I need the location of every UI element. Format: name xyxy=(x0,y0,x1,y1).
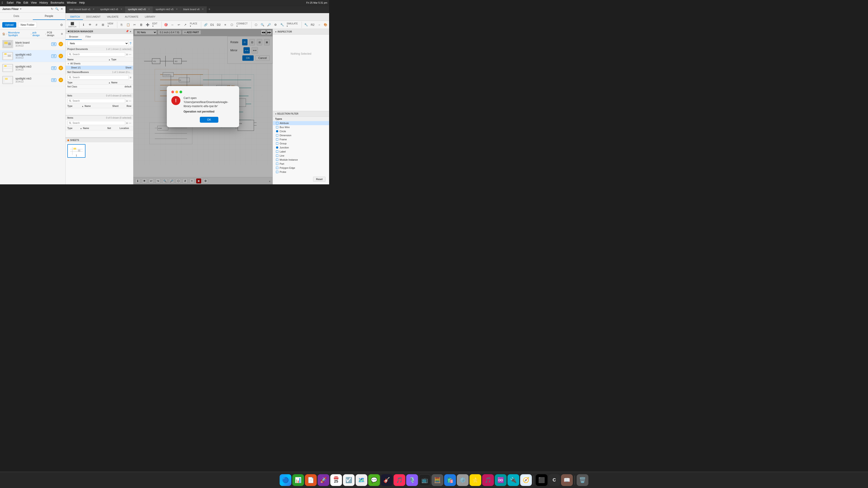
file-item-spotlight-mk3-1[interactable]: spotlight mk3 3/23/22 V5 J xyxy=(0,50,65,62)
dialog-tl-red[interactable] xyxy=(171,91,174,93)
edit-btn-delete[interactable]: 🗑 xyxy=(138,22,144,28)
dm-row-all-sheets[interactable]: ▼ All Sheets xyxy=(66,62,133,66)
col-sort-2-icon[interactable]: ▲ xyxy=(108,82,110,84)
sf-item-label[interactable]: Label xyxy=(273,150,329,154)
tab-spotlight-3[interactable]: spotlight mk3 v5 ✕ xyxy=(153,6,180,13)
menu-file[interactable]: File xyxy=(16,1,21,4)
view-btn-grid[interactable]: # xyxy=(94,22,100,28)
modify-btn-4[interactable]: 🎨 xyxy=(322,22,329,28)
sidebar-settings-icon[interactable]: ⚙ xyxy=(60,23,63,27)
sf-item-probe[interactable]: Probe xyxy=(273,170,329,174)
edit-btn-cut[interactable]: ✂ xyxy=(132,22,138,28)
tab-data[interactable]: Data xyxy=(0,13,33,20)
breadcrumb-sub[interactable]: pcb design xyxy=(32,31,44,37)
sf-item-part[interactable]: Part xyxy=(273,162,329,166)
dm-tab-filter[interactable]: Filter xyxy=(82,34,94,40)
place-btn-1[interactable]: 🎯 xyxy=(163,22,169,28)
view-btn-info[interactable]: ℹ xyxy=(81,22,87,28)
modify-btn-2[interactable]: R2 xyxy=(310,22,316,28)
toolbar-tab-validate[interactable]: VALIDATE xyxy=(104,14,122,20)
tab-blank-board[interactable]: blank board v6 ✕ xyxy=(181,6,207,13)
simulate-dropdown[interactable]: SIMULATE ▾ xyxy=(285,22,300,28)
sf-item-bus-wire[interactable]: Bus Wire xyxy=(273,125,329,129)
switch-btn[interactable]: ⬛ SWITCH xyxy=(67,22,78,28)
connect-btn-5[interactable]: ⬡ xyxy=(229,22,235,28)
breadcrumb-project[interactable]: Moondyne Spotlight xyxy=(8,31,30,37)
sidebar-user[interactable]: James Filear ▾ xyxy=(2,7,21,11)
tab-spotlight-2-close-icon[interactable]: ✕ xyxy=(148,8,150,10)
toolbar-tab-design[interactable]: SWITCH xyxy=(67,14,83,20)
add-tab-button[interactable]: + xyxy=(207,7,212,11)
dialog-ok-button[interactable]: OK xyxy=(200,117,218,123)
sf-item-group[interactable]: Group xyxy=(273,141,329,145)
toolbar-tab-library[interactable]: LIBRARY xyxy=(142,14,159,20)
menu-bookmarks[interactable]: Bookmarks xyxy=(51,1,64,4)
sidebar-refresh-icon[interactable]: ↻ xyxy=(51,7,53,11)
net-classes-search[interactable] xyxy=(67,75,129,79)
sf-item-attribute[interactable]: Attribute xyxy=(273,121,329,125)
simulate-btn-1[interactable]: ⬡ xyxy=(253,22,259,28)
project-docs-search[interactable] xyxy=(67,52,125,57)
edit-btn-copy[interactable]: ⎘ xyxy=(119,22,125,28)
edit-btn-paste[interactable]: 📋 xyxy=(125,22,131,28)
tab-ram-mount[interactable]: ram mount bush v1 ✕ xyxy=(66,6,97,13)
menu-view[interactable]: View xyxy=(31,1,37,4)
sf-item-dimension[interactable]: Dimension xyxy=(273,133,329,137)
dm-help-icon[interactable]: ? xyxy=(129,41,131,45)
dm-row-net-class-default[interactable]: Net Class default xyxy=(66,85,133,89)
sheet-thumbnail-1[interactable]: 1 xyxy=(67,144,86,158)
toolbar-tab-automate[interactable]: AUTOMATE xyxy=(122,14,142,20)
connect-btn-1[interactable]: 🔗 xyxy=(203,22,209,28)
simulate-btn-5[interactable]: 🔧 xyxy=(279,22,285,28)
reset-button[interactable]: Reset xyxy=(313,177,326,182)
items-menu-icon[interactable]: ⋯ xyxy=(129,122,131,125)
tab-spotlight-3-close-icon[interactable]: ✕ xyxy=(176,8,178,10)
dm-row-sheet-1[interactable]: Sheet 1/1 Sheet xyxy=(66,66,133,70)
place-btn-3[interactable]: ↩ xyxy=(176,22,182,28)
sf-item-junction[interactable]: Junction xyxy=(273,145,329,150)
file-item-spotlight-mk3-3[interactable]: spotlight mk3 3/24/22 V5 J xyxy=(0,74,65,86)
place-btn-2[interactable]: ↔ xyxy=(169,22,176,28)
breadcrumb-home-icon[interactable]: 🏠 xyxy=(2,33,5,35)
simulate-btn-2[interactable]: 🔍 xyxy=(259,22,266,28)
toolbar-tab-document[interactable]: DOCUMENT xyxy=(83,14,104,20)
sidebar-close-icon[interactable]: ✕ xyxy=(61,7,63,11)
sf-item-module-instance[interactable]: Module Instance xyxy=(273,158,329,162)
nets-search[interactable] xyxy=(67,99,125,103)
tab-ram-mount-close-icon[interactable]: ✕ xyxy=(93,8,94,10)
edit-dropdown[interactable]: EDIT ▾ xyxy=(151,22,160,28)
nets-filter-icon[interactable]: ≡ xyxy=(126,99,128,103)
sf-item-frame[interactable]: Frame xyxy=(273,137,329,141)
connect-btn-3[interactable]: D2 xyxy=(216,22,222,28)
connect-btn-4[interactable]: ≡ xyxy=(222,22,228,28)
tab-people[interactable]: People xyxy=(33,13,66,20)
new-folder-button[interactable]: New Folder xyxy=(18,22,37,28)
view-btn-eye[interactable]: 👁 xyxy=(87,22,93,28)
dm-view-select[interactable]: Nets Parts All xyxy=(67,41,129,46)
apple-menu[interactable]:  xyxy=(2,1,3,4)
sf-item-circle[interactable]: Circle xyxy=(273,129,329,133)
schematic-canvas[interactable]: 91 Nets 0.1 inch (-0.4 7.8) + ADD PART ◀… xyxy=(133,29,273,184)
project-docs-filter-icon[interactable]: ≡ xyxy=(126,53,128,56)
modify-btn-1[interactable]: 🔧 xyxy=(303,22,309,28)
dialog-tl-yellow[interactable] xyxy=(176,91,178,93)
menu-safari[interactable]: Safari xyxy=(6,1,13,4)
dm-pin-icon[interactable]: 📌 xyxy=(126,30,129,33)
dialog-tl-green[interactable] xyxy=(180,91,182,93)
col-sort-icon[interactable]: ▲ xyxy=(108,59,110,61)
modify-btn-3[interactable]: → xyxy=(316,22,322,28)
menu-edit[interactable]: Edit xyxy=(24,1,28,4)
tab-spotlight-1-close-icon[interactable]: ✕ xyxy=(121,8,122,10)
sf-item-line[interactable]: Line xyxy=(273,154,329,158)
tab-spotlight-1[interactable]: spotlight mk3 v5 ✕ xyxy=(97,6,125,13)
upload-button[interactable]: Upload xyxy=(2,22,16,28)
sidebar-search-icon[interactable]: 🔍 xyxy=(55,7,59,11)
menu-history[interactable]: History xyxy=(39,1,48,4)
col-nets-sort-icon[interactable]: ▲ xyxy=(82,105,84,107)
breadcrumb-settings-icon[interactable]: ⚙ xyxy=(61,33,63,35)
simulate-btn-3[interactable]: 🔎 xyxy=(266,22,272,28)
place-dropdown[interactable]: PLACE ▾ xyxy=(189,22,200,28)
place-btn-4[interactable]: ↗ xyxy=(182,22,188,28)
menu-help[interactable]: Help xyxy=(79,1,85,4)
file-item-spotlight-mk3-2[interactable]: spotlight mk3 3/24/22 V5 J xyxy=(0,62,65,74)
